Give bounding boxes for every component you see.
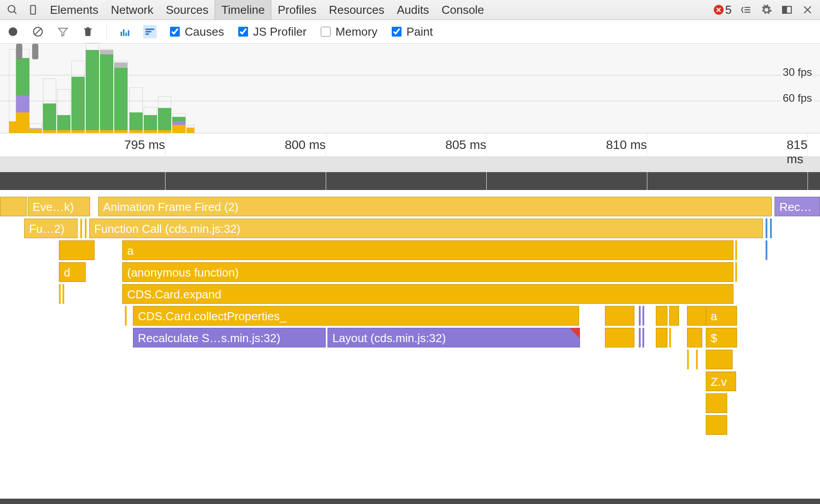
flame-sliver[interactable]	[80, 219, 82, 238]
flame-bar[interactable]	[605, 328, 634, 347]
flame-sliver[interactable]	[639, 306, 641, 326]
device-toggle-icon[interactable]	[23, 0, 43, 20]
overview-selection-handle[interactable]	[32, 44, 38, 59]
svg-rect-15	[125, 33, 127, 36]
checkbox-input[interactable]	[321, 27, 331, 37]
ruler-label: 810 ms	[606, 138, 647, 152]
flame-bar[interactable]	[706, 393, 727, 413]
flame-bar[interactable]: CDS.Card.collectProperties_	[133, 306, 579, 326]
flame-bar[interactable]	[669, 306, 679, 326]
error-indicator[interactable]: ✕5	[714, 3, 735, 17]
flame-bar[interactable]: Eve…k)	[28, 197, 90, 216]
flame-bar[interactable]	[706, 350, 733, 369]
flame-bar[interactable]	[605, 306, 634, 326]
flame-bar[interactable]: a	[122, 240, 733, 260]
flame-sliver[interactable]	[770, 219, 772, 238]
flame-sliver[interactable]	[59, 284, 61, 304]
svg-rect-13	[120, 32, 122, 36]
flame-bar[interactable]: (anonymous function)	[122, 262, 733, 282]
view-bars-icon[interactable]	[118, 25, 132, 38]
overview-bar	[16, 50, 29, 133]
checkbox-causes[interactable]: Causes	[168, 25, 224, 39]
drawer-toggle-icon[interactable]	[736, 0, 756, 20]
tab-timeline[interactable]: Timeline	[215, 0, 271, 20]
overview-bar	[186, 126, 195, 133]
overview-bar	[172, 114, 186, 133]
flame-bar[interactable]: d	[59, 262, 86, 282]
checkbox-input[interactable]	[170, 27, 180, 37]
flame-chart[interactable]: Eve…k)Animation Frame Fired (2)Rec…2)Fu……	[0, 190, 820, 504]
checkbox-input[interactable]	[238, 27, 248, 37]
ruler-label: 795 ms	[124, 138, 165, 152]
svg-line-12	[35, 29, 41, 35]
flame-bar[interactable]: Rec…2)	[774, 197, 820, 216]
flame-sliver[interactable]	[735, 262, 737, 282]
checkbox-label: JS Profiler	[253, 25, 306, 39]
flame-sliver[interactable]	[62, 284, 64, 304]
overview-bar	[29, 124, 42, 133]
svg-point-10	[8, 27, 17, 36]
flame-sliver[interactable]	[766, 240, 767, 260]
dock-icon[interactable]	[777, 0, 797, 20]
flame-bar[interactable]	[706, 415, 727, 435]
flame-bar[interactable]	[59, 240, 95, 260]
time-ruler[interactable]: 795 ms800 ms805 ms810 ms815 ms	[0, 133, 820, 157]
tab-resources[interactable]: Resources	[323, 0, 390, 20]
flame-bar[interactable]: Recalculate S…s.min.js:32)	[133, 328, 326, 347]
flame-bar[interactable]: Layout (cds.min.js:32)	[327, 328, 580, 347]
tab-network[interactable]: Network	[104, 0, 159, 20]
overview-bar	[57, 90, 70, 133]
ruler-label: 805 ms	[445, 138, 486, 152]
checkbox-label: Memory	[335, 25, 377, 39]
devtools-tabbar: ElementsNetworkSourcesTimelineProfilesRe…	[0, 0, 820, 20]
tab-sources[interactable]: Sources	[160, 0, 215, 20]
flame-sliver[interactable]	[687, 350, 689, 369]
checkbox-paint[interactable]: Paint	[390, 25, 433, 39]
checkbox-memory[interactable]: Memory	[319, 25, 377, 39]
footer-strip	[0, 499, 820, 504]
flame-bar[interactable]: Fu…2)	[24, 219, 78, 238]
flame-sliver[interactable]	[639, 328, 641, 347]
flame-sliver[interactable]	[125, 306, 127, 326]
garbage-collect-icon[interactable]	[81, 25, 95, 38]
cpu-strip	[0, 157, 820, 172]
overview-bar	[71, 62, 85, 133]
search-icon[interactable]	[3, 0, 22, 20]
flame-sliver[interactable]	[766, 219, 767, 238]
clear-button[interactable]	[31, 25, 45, 38]
flame-sliver[interactable]	[642, 306, 644, 326]
flame-bar[interactable]: $	[706, 328, 737, 347]
checkbox-label: Causes	[185, 25, 224, 39]
svg-point-0	[8, 5, 15, 12]
flame-bar[interactable]	[656, 328, 667, 347]
flame-sliver[interactable]	[735, 240, 737, 260]
tab-audits[interactable]: Audits	[390, 0, 435, 20]
flame-bar[interactable]	[687, 328, 702, 347]
filter-icon[interactable]	[56, 25, 70, 38]
checkbox-label: Paint	[406, 25, 433, 39]
overview-chart[interactable]: 30 fps 60 fps	[0, 44, 820, 133]
record-button[interactable]	[6, 25, 20, 38]
flame-bar[interactable]: CDS.Card.expand	[122, 284, 733, 304]
flame-sliver[interactable]	[642, 328, 644, 347]
close-icon[interactable]	[798, 0, 817, 20]
settings-gear-icon[interactable]	[757, 0, 776, 20]
checkboxes-host: CausesJS ProfilerMemoryPaint	[168, 25, 433, 39]
flame-bar[interactable]: Z.v	[706, 372, 736, 391]
flame-bar[interactable]	[0, 197, 27, 216]
overview-bar	[43, 79, 56, 133]
flame-sliver[interactable]	[85, 219, 87, 238]
flame-sliver[interactable]	[669, 328, 671, 347]
flame-bar[interactable]	[656, 306, 667, 326]
checkbox-js-profiler[interactable]: JS Profiler	[236, 25, 306, 39]
flame-sliver[interactable]	[696, 350, 698, 369]
view-flame-icon[interactable]	[143, 25, 157, 38]
tab-console[interactable]: Console	[435, 0, 490, 20]
tab-profiles[interactable]: Profiles	[271, 0, 323, 20]
flame-bar[interactable]: a	[706, 306, 737, 326]
checkbox-input[interactable]	[392, 27, 402, 37]
flame-bar[interactable]: Function Call (cds.min.js:32)	[89, 219, 763, 238]
overview-selection-handle[interactable]	[16, 44, 22, 59]
tab-elements[interactable]: Elements	[44, 0, 104, 20]
flame-bar[interactable]: Animation Frame Fired (2)	[98, 197, 772, 216]
